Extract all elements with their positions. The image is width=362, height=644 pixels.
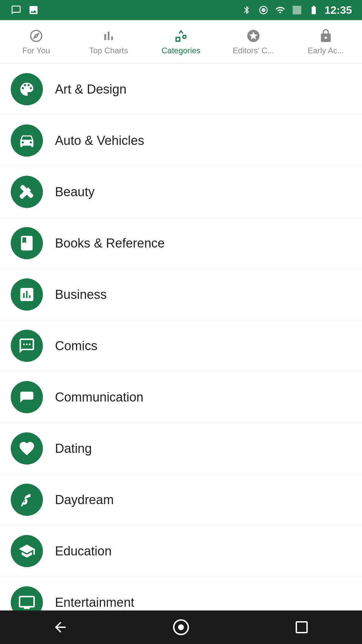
status-bar-right: 12:35 [241,4,352,16]
status-bar-left [10,4,40,16]
compass-icon [29,29,44,43]
image-icon [27,4,40,16]
shapes-icon [174,29,188,43]
beauty-icon-circle [11,176,43,208]
tab-editors-choice[interactable]: Editors' C... [217,20,290,63]
communication-icon-circle [11,381,43,413]
category-item-auto-vehicles[interactable]: Auto & Vehicles [0,115,362,166]
category-item-books-reference[interactable]: Books & Reference [0,218,362,269]
wifi-icon [274,4,286,16]
category-name-communication: Communication [55,390,143,405]
target-icon [257,4,269,16]
category-name-business: Business [55,287,107,302]
art-design-icon-circle [11,73,43,105]
dating-icon-circle [11,432,43,465]
bluetooth-icon [241,4,253,16]
battery-icon [308,4,320,16]
tab-categories-label: Categories [162,46,200,55]
recents-button[interactable] [288,614,315,641]
daydream-icon-circle [11,484,43,516]
category-name-art-design: Art & Design [55,82,126,97]
svg-point-1 [178,624,184,630]
tab-for-you-label: For You [22,46,50,55]
status-bar: 12:35 [0,0,362,20]
tab-top-charts[interactable]: Top Charts [72,20,145,63]
books-icon-circle [11,227,43,259]
home-button[interactable] [168,614,194,641]
business-icon-circle [11,278,43,311]
tab-for-you[interactable]: For You [0,20,72,63]
category-item-art-design[interactable]: Art & Design [0,64,362,115]
tab-top-charts-label: Top Charts [89,46,128,55]
svg-rect-2 [296,622,307,633]
nav-tabs: For You Top Charts Categories Editors' C… [0,20,362,64]
comics-icon-circle [11,330,43,362]
category-name-daydream: Daydream [55,493,114,507]
tab-early-access[interactable]: Early Ac... [290,20,362,63]
category-name-auto-vehicles: Auto & Vehicles [55,133,144,148]
tab-early-label: Early Ac... [308,46,344,55]
category-item-business[interactable]: Business [0,269,362,320]
category-item-communication[interactable]: Communication [0,372,362,423]
back-button[interactable] [47,614,74,641]
category-item-education[interactable]: Education [0,526,362,577]
category-item-beauty[interactable]: Beauty [0,166,362,218]
auto-vehicles-icon-circle [11,124,43,157]
category-name-comics: Comics [55,339,98,353]
time-display: 12:35 [324,4,352,16]
category-name-education: Education [55,544,112,558]
bar-chart-icon [101,29,116,43]
chat-icon [10,4,22,16]
category-name-books-reference: Books & Reference [55,236,165,251]
tab-categories[interactable]: Categories [145,20,217,63]
category-name-beauty: Beauty [55,185,95,199]
education-icon-circle [11,535,43,567]
tab-editors-label: Editors' C... [233,46,274,55]
star-badge-icon [246,29,261,43]
category-name-dating: Dating [55,441,92,456]
category-item-comics[interactable]: Comics [0,320,362,372]
category-item-daydream[interactable]: Daydream [0,474,362,526]
signal-icon [291,4,303,16]
category-list: Art & Design Auto & Vehicles Beauty Book… [0,64,362,628]
category-item-dating[interactable]: Dating [0,423,362,474]
lock-icon [318,29,333,43]
category-name-entertainment: Entertainment [55,595,134,610]
bottom-nav-bar [0,610,362,644]
